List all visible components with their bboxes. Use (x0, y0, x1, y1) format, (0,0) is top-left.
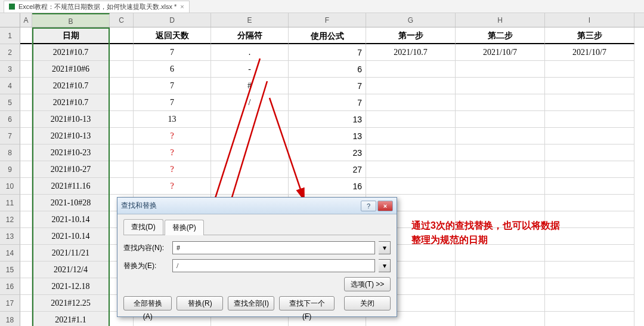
document-tab[interactable]: Excel教程：不规范日期数据，如何快速提取天数.xlsx * × (4, 1, 190, 13)
cell[interactable]: 第三步 (545, 27, 634, 44)
find-input[interactable]: # (172, 241, 375, 254)
cell[interactable] (110, 161, 134, 178)
cell[interactable]: 2021#10.7 (32, 44, 110, 61)
cell[interactable]: 7 (289, 78, 366, 94)
close-button[interactable]: 关闭 (344, 296, 391, 310)
cell[interactable] (456, 312, 545, 326)
cell[interactable] (545, 144, 634, 161)
cell[interactable] (20, 161, 32, 178)
cell[interactable]: . (211, 44, 289, 61)
cell[interactable] (456, 111, 545, 128)
cell[interactable] (456, 128, 545, 144)
cell[interactable] (456, 144, 545, 161)
row-header[interactable]: 1 (0, 27, 20, 44)
cell[interactable] (20, 144, 32, 161)
cell[interactable] (110, 144, 134, 161)
cell[interactable] (110, 44, 134, 61)
col-header-E[interactable]: E (211, 13, 289, 27)
cell[interactable]: 2021/10/7 (456, 44, 545, 61)
dialog-titlebar[interactable]: 查找和替换 ? × (117, 198, 397, 214)
cell[interactable] (456, 94, 545, 111)
row-header[interactable]: 14 (0, 245, 20, 262)
row-header[interactable]: 8 (0, 144, 20, 161)
row-header[interactable]: 12 (0, 211, 20, 228)
cell[interactable]: 2021#10.7 (32, 78, 110, 94)
cell[interactable]: 7 (289, 94, 366, 111)
cell[interactable] (545, 278, 634, 295)
cell[interactable]: 使用公式 (289, 27, 366, 44)
cell[interactable]: 23 (289, 144, 366, 161)
row-header[interactable]: 16 (0, 278, 20, 295)
cell[interactable] (545, 161, 634, 178)
col-header-G[interactable]: G (366, 13, 456, 27)
row-header[interactable]: 6 (0, 111, 20, 128)
col-header-I[interactable]: I (545, 13, 634, 27)
cell[interactable] (20, 128, 32, 144)
row-header[interactable]: 4 (0, 78, 20, 94)
cell[interactable]: 2021#10-13 (32, 128, 110, 144)
cell[interactable] (20, 61, 32, 78)
cell[interactable] (545, 78, 634, 94)
select-all-corner[interactable] (0, 13, 20, 27)
cell[interactable]: 2021/12/4 (32, 262, 110, 278)
cell[interactable]: 2021#11.16 (32, 178, 110, 195)
row-header[interactable]: 17 (0, 295, 20, 312)
cell[interactable] (110, 61, 134, 78)
cell[interactable]: 2021/11/21 (32, 245, 110, 262)
cell[interactable]: ? (134, 178, 211, 195)
cell[interactable] (545, 128, 634, 144)
cell[interactable]: # (211, 78, 289, 94)
cell[interactable] (456, 178, 545, 195)
cell[interactable] (20, 211, 32, 228)
cell[interactable] (545, 61, 634, 78)
cell[interactable] (366, 161, 456, 178)
cell[interactable] (20, 295, 32, 312)
cell[interactable] (20, 312, 32, 326)
cell[interactable]: 7 (134, 94, 211, 111)
dialog-close-button[interactable]: × (377, 201, 393, 211)
tab-replace[interactable]: 替换(P) (165, 220, 204, 235)
col-header-F[interactable]: F (289, 13, 366, 27)
cell[interactable] (456, 262, 545, 278)
cell[interactable] (110, 128, 134, 144)
cell[interactable] (110, 111, 134, 128)
cell[interactable]: 27 (289, 161, 366, 178)
cell[interactable]: 7 (134, 44, 211, 61)
cell[interactable]: 2021#10-13 (32, 111, 110, 128)
cell[interactable]: 7 (134, 78, 211, 94)
cell[interactable]: 2021-12.18 (32, 278, 110, 295)
cell[interactable] (545, 295, 634, 312)
cell[interactable]: 2021/10/7 (545, 44, 634, 61)
dialog-help-button[interactable]: ? (361, 201, 376, 211)
cell[interactable]: 13 (134, 111, 211, 128)
cell[interactable]: 2021#1.1 (32, 312, 110, 326)
cell[interactable]: 2021#12.25 (32, 295, 110, 312)
row-header[interactable]: 5 (0, 94, 20, 111)
cell[interactable] (545, 195, 634, 211)
col-header-A[interactable]: A (20, 13, 32, 27)
cell[interactable] (366, 61, 456, 78)
cell[interactable]: - (211, 61, 289, 78)
cell[interactable] (456, 295, 545, 312)
cell[interactable]: 2021/10.7 (366, 44, 456, 61)
cell[interactable]: 2021#10#6 (32, 61, 110, 78)
cell[interactable] (110, 78, 134, 94)
row-header[interactable]: 2 (0, 44, 20, 61)
replace-button[interactable]: 替换(R) (177, 296, 223, 310)
cell[interactable] (20, 111, 32, 128)
row-header[interactable]: 18 (0, 312, 20, 326)
find-dropdown[interactable]: ▾ (379, 241, 391, 254)
find-next-button[interactable]: 查找下一个(F) (279, 296, 335, 310)
row-header[interactable]: 15 (0, 262, 20, 278)
cell[interactable] (366, 178, 456, 195)
col-header-C[interactable]: C (110, 13, 134, 27)
cell[interactable]: 2021#10-27 (32, 161, 110, 178)
cell[interactable]: 6 (289, 61, 366, 78)
close-icon[interactable]: × (180, 3, 184, 10)
cell[interactable] (545, 245, 634, 262)
row-header[interactable]: 3 (0, 61, 20, 78)
cell[interactable]: 第二步 (456, 27, 545, 44)
cell[interactable] (20, 44, 32, 61)
cell[interactable] (20, 228, 32, 245)
cell[interactable] (456, 78, 545, 94)
